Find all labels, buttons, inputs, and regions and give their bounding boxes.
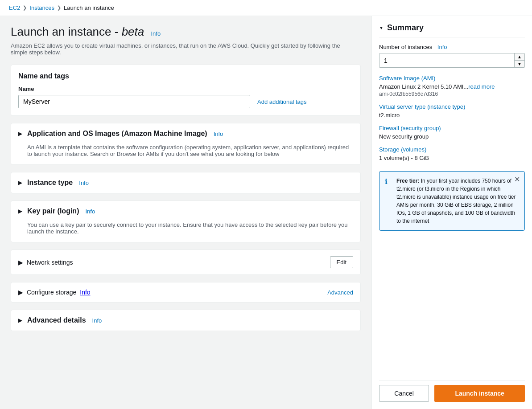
storage-info-link[interactable]: Info — [80, 289, 90, 296]
summary-triangle-icon: ▼ — [379, 25, 384, 30]
network-section: ▶ Network settings Edit — [11, 249, 361, 275]
spinner-up-button[interactable]: ▲ — [515, 53, 524, 61]
name-tags-section: Name and tags Name Add additional tags — [11, 65, 361, 116]
free-tier-info-icon: ℹ — [385, 177, 393, 186]
number-input-wrapper: ▲ ▼ — [379, 53, 525, 68]
ami-summary-value: Amazon Linux 2 Kernel 5.10 AMI...read mo… — [379, 83, 525, 90]
instance-type-summary-label[interactable]: Virtual server type (instance type) — [379, 103, 525, 110]
instance-type-title: Instance type — [27, 179, 73, 187]
add-tags-link[interactable]: Add additional tags — [257, 98, 307, 105]
key-pair-description: You can use a key pair to securely conne… — [27, 221, 353, 235]
summary-title: ▼ Summary — [379, 23, 525, 37]
key-pair-section: ▶ Key pair (login) Info You can use a ke… — [11, 200, 361, 242]
breadcrumb-instances[interactable]: Instances — [29, 4, 54, 11]
network-section-left: ▶ Network settings — [18, 259, 73, 266]
storage-advanced-link[interactable]: Advanced — [327, 289, 353, 296]
network-title: Network settings — [27, 259, 73, 266]
number-of-instances-input[interactable] — [379, 53, 514, 67]
ami-title: Application and OS Images (Amazon Machin… — [27, 130, 207, 138]
name-tags-body: Name and tags Name Add additional tags — [11, 65, 360, 115]
cancel-button[interactable]: Cancel — [379, 385, 429, 402]
ami-info-link[interactable]: Info — [214, 131, 223, 137]
ami-section: ▶ Application and OS Images (Amazon Mach… — [11, 123, 361, 165]
storage-summary-value: 1 volume(s) - 8 GiB — [379, 155, 525, 161]
key-pair-title: Key pair (login) — [27, 207, 79, 215]
breadcrumb-sep-1: ❯ — [23, 5, 27, 11]
main-layout: Launch an instance - beta Info Amazon EC… — [0, 16, 532, 409]
name-label: Name — [18, 86, 353, 92]
summary-title-text: Summary — [387, 23, 424, 33]
storage-section-left: ▶ Configure storage Info — [18, 289, 91, 296]
num-instances-info-link[interactable]: Info — [437, 44, 447, 50]
name-input[interactable] — [18, 95, 250, 108]
network-toggle-icon: ▶ — [18, 259, 23, 266]
free-tier-text: Free tier: In your first year includes 7… — [396, 177, 519, 225]
ami-body: An AMI is a template that contains the s… — [11, 144, 360, 164]
page-description: Amazon EC2 allows you to create virtual … — [11, 42, 341, 56]
instance-type-info-link[interactable]: Info — [79, 180, 89, 186]
breadcrumb: EC2 ❯ Instances ❯ Launch an instance — [0, 0, 532, 16]
spinner-down-button[interactable]: ▼ — [515, 61, 524, 67]
advanced-details-title: Advanced details — [27, 316, 86, 324]
ami-summary-label[interactable]: Software Image (AMI) — [379, 75, 525, 82]
firewall-summary-value: New security group — [379, 133, 525, 140]
storage-summary-label[interactable]: Storage (volumes) — [379, 146, 525, 153]
name-input-row: Add additional tags — [18, 95, 353, 108]
key-pair-header[interactable]: ▶ Key pair (login) Info — [11, 201, 360, 221]
instance-type-summary-value: t2.micro — [379, 112, 525, 119]
ami-header[interactable]: ▶ Application and OS Images (Amazon Mach… — [11, 123, 360, 144]
breadcrumb-current: Launch an instance — [64, 4, 114, 11]
instance-type-header[interactable]: ▶ Instance type Info — [11, 172, 360, 193]
instance-type-toggle-icon: ▶ — [18, 180, 24, 186]
summary-panel: ▼ Summary Number of instances Info ▲ ▼ S… — [371, 16, 532, 409]
ami-read-more-link[interactable]: read more — [468, 83, 495, 90]
name-tags-header: Name and tags — [18, 72, 353, 86]
launch-instance-button[interactable]: Launch instance — [434, 385, 525, 402]
breadcrumb-sep-2: ❯ — [57, 5, 61, 11]
breadcrumb-ec2[interactable]: EC2 — [9, 4, 20, 11]
advanced-details-toggle-icon: ▶ — [18, 317, 24, 323]
network-edit-button[interactable]: Edit — [330, 256, 353, 268]
storage-toggle-icon: ▶ — [18, 289, 23, 296]
advanced-details-section: ▶ Advanced details Info — [11, 310, 361, 331]
key-pair-info-link[interactable]: Info — [85, 208, 95, 215]
instance-type-section: ▶ Instance type Info — [11, 172, 361, 193]
key-pair-body: You can use a key pair to securely conne… — [11, 221, 360, 242]
ami-toggle-icon: ▶ — [18, 131, 24, 137]
page-title: Launch an instance - beta Info — [11, 25, 361, 39]
key-pair-toggle-icon: ▶ — [18, 208, 24, 214]
storage-title: Configure storage — [27, 289, 76, 296]
free-tier-box: ✕ ℹ Free tier: In your first year includ… — [379, 171, 525, 231]
network-header: ▶ Network settings Edit — [11, 250, 360, 274]
free-tier-content: ℹ Free tier: In your first year includes… — [385, 177, 519, 225]
advanced-details-header[interactable]: ▶ Advanced details Info — [11, 310, 360, 331]
number-spinners: ▲ ▼ — [514, 53, 524, 67]
num-instances-label: Number of instances Info — [379, 44, 525, 50]
storage-section: ▶ Configure storage Info Advanced — [11, 282, 361, 303]
page-info-link[interactable]: Info — [151, 30, 161, 37]
name-tags-title: Name and tags — [18, 72, 69, 80]
firewall-summary-label[interactable]: Firewall (security group) — [379, 125, 525, 131]
ami-description: An AMI is a template that contains the s… — [27, 144, 353, 157]
left-panel: Launch an instance - beta Info Amazon EC… — [0, 16, 371, 409]
ami-id: ami-0c02fb55956c7d316 — [379, 91, 525, 97]
advanced-details-info-link[interactable]: Info — [92, 317, 102, 324]
storage-header: ▶ Configure storage Info Advanced — [11, 282, 360, 302]
summary-actions: Cancel Launch instance — [379, 380, 525, 402]
free-tier-close-button[interactable]: ✕ — [514, 175, 520, 184]
